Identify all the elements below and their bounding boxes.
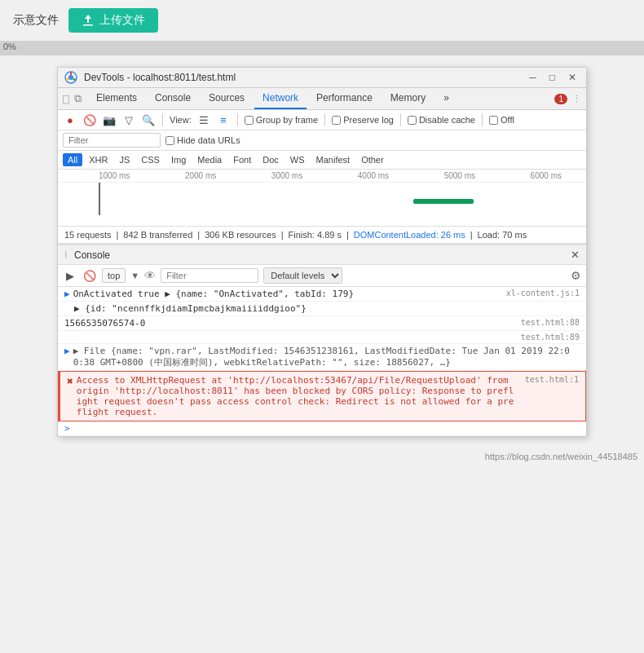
- disable-cache-label: Disable cache: [408, 115, 475, 125]
- top-label: 示意文件: [13, 13, 59, 28]
- offline-checkbox[interactable]: [489, 116, 498, 125]
- console-drag-handle[interactable]: ⁞: [64, 249, 68, 260]
- console-toolbar: ▶ 🚫 top ▼ 👁 Default levels ⚙: [58, 265, 586, 287]
- console-settings-button[interactable]: ⚙: [571, 269, 581, 282]
- stats-domcontentloaded[interactable]: DOMContentLoaded: 26 ms: [354, 230, 465, 240]
- log-source-1: xl-content.js:1: [506, 289, 580, 298]
- expand-triangle-5[interactable]: ▶: [64, 346, 70, 356]
- log-source-4: test.html:89: [521, 333, 580, 342]
- progress-label: 0%: [3, 42, 16, 51]
- maximize-button[interactable]: □: [546, 72, 558, 83]
- stats-row: 15 requests | 842 B transferred | 306 KB…: [58, 227, 586, 244]
- timeline-left-bar: [99, 183, 100, 215]
- stats-finish: Finish: 4.89 s: [289, 230, 342, 240]
- error-badge: 1: [554, 94, 567, 104]
- hide-data-urls-label: Hide data URLs: [165, 135, 240, 145]
- devtools-menu-icon[interactable]: ⋮: [572, 94, 581, 104]
- console-close-button[interactable]: ✕: [571, 249, 580, 261]
- console-exec-button[interactable]: ▶: [63, 268, 77, 283]
- waterfall-view-button[interactable]: ≡: [216, 113, 231, 127]
- toolbar-separator3: [324, 113, 325, 126]
- log-entry-onactivated: ▶ OnActivated true ▶ {name: "OnActivated…: [58, 287, 586, 302]
- tab-elements[interactable]: Elements: [88, 88, 145, 109]
- preserve-log-label: Preserve log: [332, 115, 394, 125]
- devtools-icon2: ⧉: [74, 92, 82, 105]
- stats-sep4: |: [346, 230, 349, 240]
- list-view-button[interactable]: ☰: [196, 113, 211, 127]
- type-manifest-button[interactable]: Manifest: [311, 153, 355, 166]
- watermark: https://blog.csdn.net/weixin_44518485: [0, 448, 644, 465]
- type-media-button[interactable]: Media: [192, 153, 227, 166]
- log-text-1: OnActivated true ▶ {name: "OnActivated",…: [73, 289, 354, 299]
- search-button[interactable]: 🔍: [141, 113, 156, 127]
- type-css-button[interactable]: CSS: [136, 153, 165, 166]
- offline-label: Offl: [489, 115, 514, 125]
- network-filter-input[interactable]: [63, 133, 161, 148]
- hide-data-urls-checkbox[interactable]: [165, 136, 174, 145]
- timeline-green-bar: [413, 199, 474, 204]
- console-filter-input[interactable]: [161, 268, 258, 283]
- expand-triangle-1[interactable]: ▶: [64, 289, 70, 299]
- network-toolbar: ● 🚫 📷 ▽ 🔍 View: ☰ ≡ Group by frame Prese…: [58, 110, 586, 130]
- svg-point-2: [68, 75, 73, 80]
- type-ws-button[interactable]: WS: [285, 153, 310, 166]
- tab-more[interactable]: »: [435, 88, 457, 109]
- stats-sep5: |: [470, 230, 473, 240]
- tab-console[interactable]: Console: [147, 88, 199, 109]
- type-xhr-button[interactable]: XHR: [84, 153, 112, 166]
- top-bar: 示意文件 上传文件: [0, 0, 644, 41]
- log-entry-file: ▶ ▶ File {name: "vpn.rar", LastModified:…: [58, 344, 586, 371]
- clear-button[interactable]: 🚫: [82, 113, 97, 127]
- svg-rect-0: [83, 24, 93, 26]
- view-label: View:: [170, 115, 192, 125]
- type-font-button[interactable]: Font: [228, 153, 256, 166]
- close-button[interactable]: ✕: [565, 72, 580, 83]
- type-all-button[interactable]: All: [63, 153, 82, 166]
- log-entry-timestamp: 1566535076574-0 test.html:88: [58, 316, 586, 331]
- type-img-button[interactable]: Img: [166, 153, 191, 166]
- tab-memory[interactable]: Memory: [382, 88, 434, 109]
- title-bar-controls: ─ □ ✕: [526, 72, 580, 83]
- console-context-label: top: [102, 268, 126, 283]
- console-clear-button[interactable]: 🚫: [82, 268, 97, 283]
- log-expandable-1: ▶ OnActivated true ▶ {name: "OnActivated…: [64, 289, 354, 299]
- filter-toggle-button[interactable]: ▽: [121, 113, 136, 127]
- log-text-3: 1566535076574-0: [64, 318, 514, 329]
- stats-sep2: |: [197, 230, 200, 240]
- console-header: ⁞ Console ✕: [58, 245, 586, 265]
- console-levels-select[interactable]: Default levels: [263, 267, 342, 284]
- log-source-3: test.html:88: [521, 318, 580, 327]
- type-js-button[interactable]: JS: [114, 153, 135, 166]
- toolbar-separator1: [162, 113, 163, 126]
- devtools-title-text: DevTools - localhost:8011/test.html: [84, 72, 519, 83]
- stats-resources: 306 KB resources: [205, 230, 276, 240]
- minimize-button[interactable]: ─: [526, 72, 540, 83]
- preserve-log-checkbox[interactable]: [332, 116, 341, 125]
- disable-cache-checkbox[interactable]: [408, 116, 417, 125]
- chrome-icon: [64, 71, 77, 84]
- toolbar-separator5: [482, 113, 483, 126]
- svg-line-5: [66, 79, 69, 81]
- upload-button[interactable]: 上传文件: [68, 8, 158, 33]
- log-prompt-line: >: [58, 421, 586, 436]
- log-text-2: ▶ {id: "ncennffkjdiamIpmcbajkmaiiiiddgio…: [74, 303, 580, 314]
- tab-network[interactable]: Network: [254, 88, 307, 109]
- timeline-area: 1000 ms 2000 ms 3000 ms 4000 ms 5000 ms …: [58, 170, 586, 227]
- devtools-tabs-row: ⎕ ⧉ Elements Console Sources Network Per…: [58, 88, 586, 110]
- upload-icon: [82, 14, 95, 27]
- log-entry-empty: test.html:89: [58, 331, 586, 344]
- log-error-source: test.html:1: [525, 375, 579, 384]
- log-entry-sub: ▶ {id: "ncennffkjdiamIpmcbajkmaiiiiddgio…: [58, 302, 586, 316]
- timeline-chart: [99, 183, 562, 218]
- record-button[interactable]: ●: [63, 113, 77, 127]
- camera-button[interactable]: 📷: [102, 113, 117, 127]
- tab-sources[interactable]: Sources: [201, 88, 253, 109]
- tab-performance[interactable]: Performance: [308, 88, 381, 109]
- log-prompt-symbol[interactable]: >: [64, 423, 70, 434]
- timeline-labels: 1000 ms 2000 ms 3000 ms 4000 ms 5000 ms …: [58, 170, 586, 183]
- type-doc-button[interactable]: Doc: [258, 153, 284, 166]
- type-other-button[interactable]: Other: [356, 153, 389, 166]
- stats-transferred: 842 B transferred: [123, 230, 192, 240]
- group-by-frame-checkbox[interactable]: [245, 116, 254, 125]
- stats-load: Load: 70 ms: [478, 230, 527, 240]
